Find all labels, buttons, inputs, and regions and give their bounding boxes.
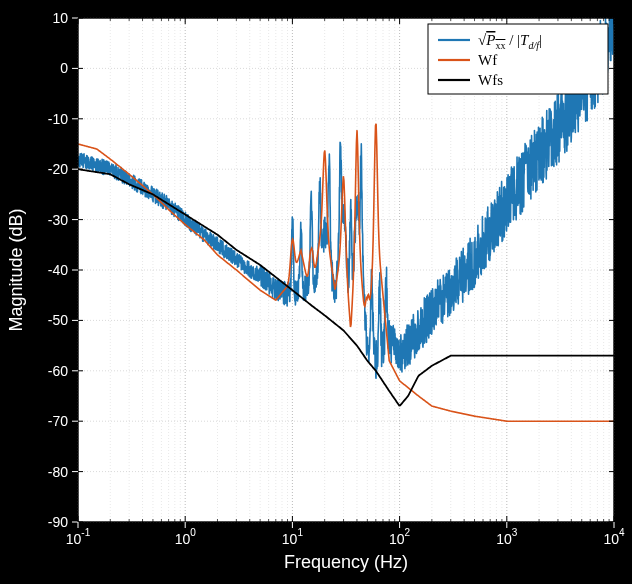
y-tick-label: 0 [60,60,68,76]
y-tick-label: -30 [48,212,68,228]
x-tick-label: 100 [175,527,197,547]
legend-label: Wf [478,52,497,68]
x-tick-label: 104 [603,527,625,547]
chart-svg: -90-80-70-60-50-40-30-20-1001010-1100101… [0,0,632,584]
y-tick-label: -70 [48,413,68,429]
y-tick-label: 10 [52,10,68,26]
y-axis-label: Magnitude (dB) [6,208,26,331]
x-tick-label: 10-1 [66,527,91,547]
y-tick-label: -40 [48,262,68,278]
y-tick-label: -90 [48,514,68,530]
legend-label: Wfs [478,72,503,88]
y-tick-label: -60 [48,363,68,379]
y-tick-label: -50 [48,312,68,328]
x-tick-label: 103 [496,527,518,547]
x-tick-label: 102 [389,527,411,547]
y-tick-label: -10 [48,111,68,127]
legend: √Pxx / |Td/f|WfWfs [428,24,608,94]
x-axis-label: Frequency (Hz) [284,552,408,572]
y-tick-label: -20 [48,161,68,177]
chart-container: -90-80-70-60-50-40-30-20-1001010-1100101… [0,0,632,584]
x-tick-label: 101 [282,527,304,547]
y-tick-label: -80 [48,464,68,480]
